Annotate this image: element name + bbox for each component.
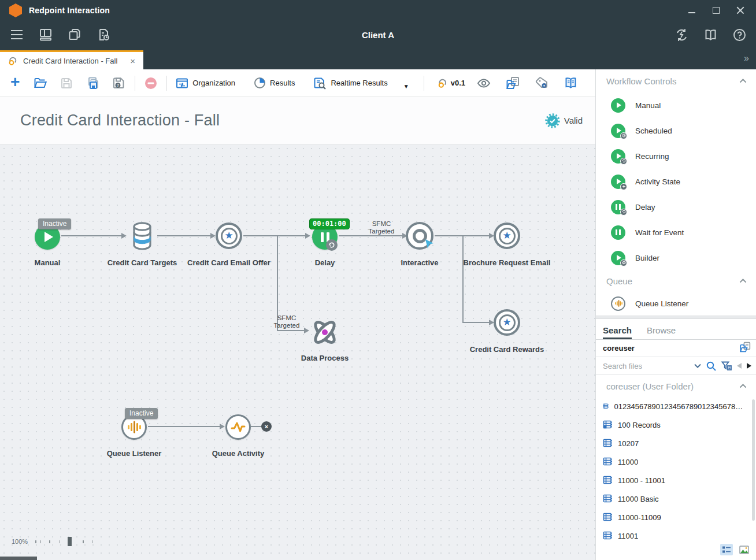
results-button[interactable]: Results [250, 75, 298, 91]
file-row[interactable]: 11000 - 11001 [596, 471, 756, 489]
scope-value[interactable]: coreuser [603, 344, 635, 353]
open-folder-button[interactable] [739, 342, 751, 355]
table-icon [603, 420, 613, 429]
search-input[interactable] [603, 362, 689, 370]
node-credit-card-targets[interactable] [128, 221, 156, 253]
node-credit-card-email-offer[interactable]: ★ [216, 222, 242, 249]
document-search-icon [313, 77, 327, 90]
main-menu-button[interactable] [9, 27, 24, 42]
page-title: Credit Card Interaction - Fall [20, 112, 220, 129]
database-icon [128, 221, 156, 251]
status-badge: Valid [564, 116, 583, 125]
save-button[interactable] [57, 75, 76, 92]
edge-emailoffer-delay [243, 235, 305, 236]
preview-button[interactable] [473, 76, 494, 91]
thumbnail-view-button[interactable] [738, 544, 750, 555]
queue-header[interactable]: Queue [596, 270, 756, 291]
scheduled-docs-button[interactable] [96, 27, 111, 42]
prev-result-icon[interactable] [737, 363, 742, 369]
workflow-canvas[interactable]: SFMC Targeted SFMC Targeted Inactive Man… [0, 144, 595, 560]
valid-seal-icon [545, 113, 560, 128]
sync-button[interactable] [674, 27, 689, 42]
open-containing-folder-button[interactable] [502, 74, 524, 92]
tab-browse[interactable]: Browse [647, 325, 676, 339]
zoom-control[interactable]: 100% [12, 537, 94, 546]
folder-open-icon [34, 77, 47, 90]
save-copy-button[interactable] [82, 74, 103, 92]
file-row[interactable]: 11001 [596, 526, 756, 543]
workspace-button[interactable] [38, 27, 53, 42]
palette-item-queue-listener[interactable]: Queue Listener [596, 291, 756, 316]
file-row[interactable]: 11000 Basic [596, 489, 756, 508]
zoom-slider-handle[interactable] [68, 537, 72, 546]
next-result-icon[interactable] [747, 363, 751, 369]
save-as-button[interactable]: ? [109, 74, 129, 92]
tab-close-icon[interactable]: × [128, 55, 138, 66]
tab-overflow-icon[interactable]: » [744, 53, 749, 64]
new-button[interactable]: + [9, 75, 24, 91]
file-row[interactable]: 0123456789012345678901234567890123456789… [596, 397, 756, 416]
chevron-up-icon[interactable] [739, 79, 747, 83]
chevron-up-icon[interactable] [739, 279, 747, 283]
save-question-icon: ? [112, 76, 126, 90]
palette-item-builder[interactable]: Builder [596, 245, 756, 270]
help-button[interactable] [732, 27, 747, 42]
horizontal-scrollbar[interactable] [0, 557, 37, 560]
cursor-icon [424, 238, 436, 250]
palette-item-delay[interactable]: Delay [596, 194, 756, 220]
chevron-up-icon[interactable] [739, 384, 747, 388]
maximize-icon[interactable] [712, 6, 720, 14]
tab-search[interactable]: Search [603, 325, 632, 339]
palette-item-wait-for-event[interactable]: Wait for Event [596, 220, 756, 245]
eye-icon [477, 78, 491, 88]
palette-item-recurring[interactable]: Recurring [596, 143, 756, 169]
tags-button[interactable]: ● [532, 74, 552, 92]
node-label: Interactive [401, 258, 438, 267]
documents-button[interactable] [67, 27, 82, 42]
palette-item-scheduled[interactable]: Scheduled [596, 118, 756, 143]
file-row[interactable]: 100 Records [596, 416, 756, 434]
file-row[interactable]: 10207 [596, 434, 756, 453]
file-list-scrollbar[interactable] [752, 399, 755, 521]
organization-button[interactable]: Organization [172, 75, 239, 91]
docs-library-button[interactable] [703, 27, 718, 42]
main-area: + [0, 69, 756, 560]
node-label: Brochure Request Email [464, 258, 551, 267]
star-icon: ★ [221, 228, 238, 244]
tab-credit-card-interaction[interactable]: Credit Card Interaction - Fall × [0, 50, 143, 69]
results-label: Results [270, 79, 295, 87]
file-row[interactable]: 11000 [596, 453, 756, 471]
toolbar-right: ▼ v0.1 [403, 74, 590, 92]
file-row[interactable]: 11000-11009 [596, 508, 756, 526]
edge-manual-targets [61, 235, 121, 236]
node-brochure-request-email[interactable]: ★ [494, 222, 520, 249]
search-options-chevron-icon[interactable] [694, 364, 701, 368]
node-credit-card-rewards[interactable]: ★ [494, 309, 520, 336]
version-selector[interactable]: v0.1 [438, 78, 465, 88]
open-button[interactable] [30, 75, 51, 92]
page-header: Credit Card Interaction - Fall Valid [0, 97, 595, 144]
detach-icon[interactable]: × [261, 421, 272, 432]
list-view-button[interactable] [720, 544, 733, 555]
palette-item-manual[interactable]: Manual [596, 92, 756, 118]
node-interactive[interactable] [406, 222, 433, 250]
toolbar-dropdown-icon[interactable]: ▼ [403, 83, 409, 90]
filter-icon[interactable] [721, 361, 732, 370]
node-data-process[interactable] [309, 316, 341, 351]
book-icon [703, 28, 718, 42]
stop-button[interactable] [140, 74, 161, 92]
search-icon[interactable] [706, 361, 716, 371]
tab-label: Credit Card Interaction - Fall [23, 57, 117, 65]
palette-item-activity-state[interactable]: Activity State [596, 169, 756, 194]
folder-header[interactable]: coreuser (User Folder) [596, 375, 756, 397]
palette-header[interactable]: Workflow Controls [596, 69, 756, 92]
app-title: Redpoint Interaction [29, 6, 110, 15]
minimize-icon[interactable] [688, 6, 696, 14]
realtime-results-button[interactable]: Realtime Results [310, 75, 391, 92]
help-icon [732, 28, 747, 42]
image-view-icon [739, 546, 749, 554]
documentation-button[interactable] [560, 75, 581, 91]
node-queue-activity[interactable] [225, 414, 251, 440]
close-window-icon[interactable] [736, 6, 744, 14]
copy-save-icon [86, 76, 99, 90]
